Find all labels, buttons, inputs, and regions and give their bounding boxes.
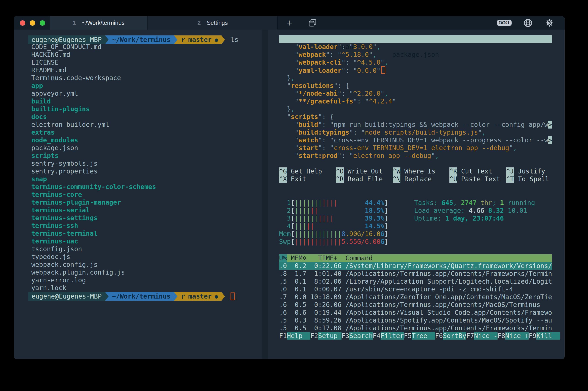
serial-port-icon[interactable]: IOIOI xyxy=(497,20,512,26)
nano-shortcut[interactable]: ^U Paste Text xyxy=(449,175,506,183)
fkey-f4[interactable]: F4Filter xyxy=(373,332,404,340)
pane-divider[interactable] xyxy=(262,30,268,359)
json-value: 3.0.0 xyxy=(353,43,372,51)
fkey-name: F2 xyxy=(310,332,318,340)
text-segment: Load average: xyxy=(414,207,469,214)
fkey-f5[interactable]: F5Tree xyxy=(404,332,435,340)
shortcut-label: Cut Text xyxy=(457,167,492,175)
nano-shortcut[interactable]: ^O Write Out xyxy=(336,167,393,175)
ls-output-line: yarn-error.log xyxy=(31,276,262,284)
nano-shortcut[interactable]: ^T To Spell xyxy=(506,175,563,183)
process-row[interactable]: .5 0.1 8:02.06 /Library/Application Supp… xyxy=(279,278,552,285)
meter-pipe-group: |||| xyxy=(318,214,334,222)
fkey-f8[interactable]: F8Nice + xyxy=(498,332,529,340)
close-button[interactable] xyxy=(20,20,25,26)
process-row[interactable]: .0 0.1 0:00.07 /usr/sbin/screencapture -… xyxy=(279,285,552,293)
nano-shortcut[interactable]: ^J Justify xyxy=(506,167,563,175)
text-segment: .90G/16.0 xyxy=(345,230,380,238)
shell-prompt: eugene@Eugenes-MBP~/Work/terminusmaster●… xyxy=(28,35,262,44)
nano-text-line: "scripts": { xyxy=(279,113,552,121)
process-row[interactable]: .8 1.7 1:01.40 /Applications/Terminus.ap… xyxy=(279,270,552,278)
text-segment: 8.32 xyxy=(488,207,504,214)
directory-name: scripts xyxy=(31,152,59,159)
json-quote: " xyxy=(377,67,380,74)
powerline-arrow-icon xyxy=(221,292,225,301)
nano-shortcut[interactable]: ^W Where Is xyxy=(393,167,449,175)
nano-shortcut[interactable]: ^X Exit xyxy=(279,175,336,183)
tab-settings[interactable]: 2 Settings xyxy=(148,16,278,30)
json-value: ^2.20.0 xyxy=(353,90,380,97)
nano-shortcut[interactable]: ^R Read File xyxy=(336,175,393,183)
json-value: ^5.18.0 xyxy=(342,51,369,58)
ls-output-line: sentry-symbols.js xyxy=(31,160,262,167)
ls-output-line: terminus-community-color-schemes xyxy=(31,183,262,191)
json-quote: " xyxy=(478,128,482,136)
fkey-action-label: Tree xyxy=(412,332,435,340)
tab-work-terminus[interactable]: 1 ~/Work/terminus xyxy=(50,16,148,30)
process-row[interactable]: .6 0.5 0:26.06 /Applications/Terminus.ap… xyxy=(279,301,552,309)
nano-titlebar: GNU nano 4.5 package.json xyxy=(279,35,552,43)
shell-prompt: eugene@Eugenes-MBP~/Work/terminusmaster● xyxy=(28,292,262,301)
fkey-f3[interactable]: F3Search xyxy=(342,332,373,340)
shortcut-key: ^O xyxy=(336,167,344,175)
directory-name: app xyxy=(31,82,43,90)
meter-bracket: [ xyxy=(291,230,295,238)
nano-text-line: "resolutions": { xyxy=(279,82,552,90)
settings-gear-icon[interactable] xyxy=(544,18,554,28)
json-punctuation xyxy=(279,113,287,120)
json-quote: " xyxy=(338,90,342,97)
sort-column-header[interactable]: U% xyxy=(279,254,287,262)
fkey-f9[interactable]: F9Kill xyxy=(529,332,560,340)
file-name: sentry.properties xyxy=(31,167,98,175)
ls-output-line: terminus-serial xyxy=(31,206,262,214)
zoom-button[interactable] xyxy=(40,20,45,26)
nano-shortcut-row: ^G Get Help^O Write Out^W Where Is^K Cut… xyxy=(279,167,565,175)
json-key: scripts xyxy=(291,113,318,120)
fkey-f7[interactable]: F7Nice - xyxy=(466,332,498,340)
nano-shortcut[interactable]: ^K Cut Text xyxy=(449,167,506,175)
ls-output-line: webpack.config.js xyxy=(31,261,262,269)
ls-output-line: LICENSE xyxy=(31,59,262,66)
json-quote: " xyxy=(431,152,435,159)
meter-bracket: ] xyxy=(384,199,388,207)
new-window-icon[interactable] xyxy=(301,16,324,30)
file-name: LICENSE xyxy=(31,59,59,66)
fkey-f2[interactable]: F2Setup xyxy=(310,332,342,340)
json-quote: " xyxy=(295,128,298,136)
fkey-action-label: SortBy xyxy=(443,332,466,340)
nano-editor: GNU nano 4.5 package.json "val-loader": … xyxy=(279,35,565,183)
process-table-header[interactable]: U% MEM% TIME+ Command xyxy=(279,254,552,262)
process-row[interactable]: .6 0.6 0:19.44 /Applications/Visual Stud… xyxy=(279,309,552,316)
nano-shortcut[interactable]: ^G Get Help xyxy=(279,167,336,175)
right-terminal-pane[interactable]: GNU nano 4.5 package.json "val-loader": … xyxy=(268,30,565,359)
process-row[interactable]: .7 0.0 10:18.09 /Applications/ZeroTier O… xyxy=(279,293,552,301)
process-row[interactable]: .5 0.5 0:17.08 /Applications/Terminus.ap… xyxy=(279,324,552,332)
titlebar: 1 ~/Work/terminus 2 Settings + IOIOI xyxy=(14,16,565,30)
meter-pipe-group: |||||| xyxy=(295,214,318,222)
process-row[interactable]: .5 0.3 8:59.26 /Applications/Spotify.app… xyxy=(279,316,552,324)
left-terminal-pane[interactable]: eugene@Eugenes-MBP~/Work/terminusmaster●… xyxy=(14,30,262,359)
fkey-action-label: Nice - xyxy=(474,332,497,340)
json-key: yaml-loader xyxy=(298,67,342,74)
file-name: appveyor.yml xyxy=(31,90,78,97)
text-segment: running xyxy=(504,199,535,206)
json-comma: , xyxy=(384,59,388,66)
meter-bracket: [ xyxy=(291,199,295,207)
json-punctuation xyxy=(279,121,295,128)
text-segment: G xyxy=(380,238,384,245)
new-tab-button[interactable]: + xyxy=(278,16,301,30)
process-row-selected[interactable]: .0 0.2 0:22.66 /System/Library/Framework… xyxy=(279,262,552,270)
json-punctuation: : xyxy=(330,51,338,58)
meter-bracket: ] xyxy=(384,214,388,222)
meter-label: 2 xyxy=(279,207,291,214)
nano-buffer[interactable]: "val-loader": "3.0.0", "webpack": "^5.18… xyxy=(279,43,565,160)
fkey-f6[interactable]: F6SortBy xyxy=(435,332,466,340)
prompt-path: ~/Work/terminus xyxy=(109,35,174,44)
minimize-button[interactable] xyxy=(30,20,35,26)
json-quote: " xyxy=(365,98,369,105)
globe-icon[interactable] xyxy=(523,18,533,28)
fkey-f1[interactable]: F1Help xyxy=(279,332,310,340)
prompt-path: ~/Work/terminus xyxy=(109,292,174,301)
nano-shortcut[interactable]: ^\ Replace xyxy=(393,175,449,183)
ls-output-line: extras xyxy=(31,128,262,136)
